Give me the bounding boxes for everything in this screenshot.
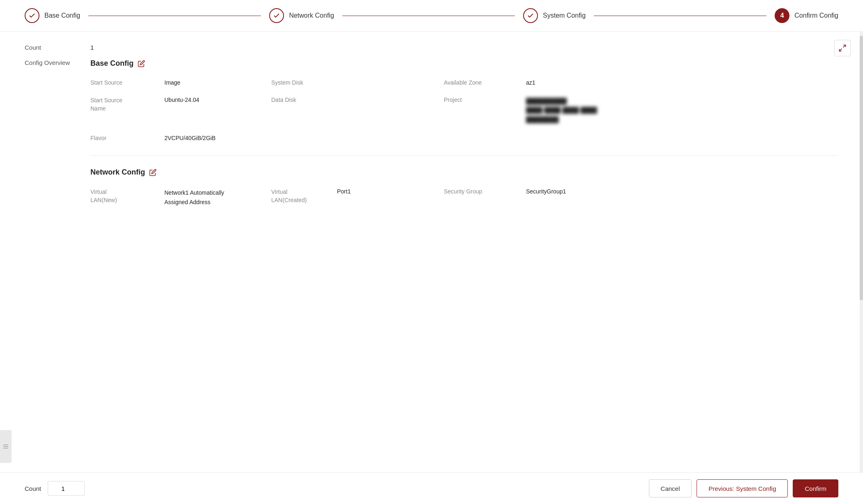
expand-button[interactable] [834, 40, 851, 56]
footer-count-label: Count [25, 485, 41, 492]
detail-key-flavor: Flavor [90, 133, 164, 143]
config-overview-row: Config Overview Base Config Start Source… [25, 59, 838, 208]
footer: Count Cancel Previous: System Config Con… [0, 472, 863, 504]
step-1-label: Base Config [44, 12, 80, 19]
base-config-title: Base Config [90, 59, 134, 68]
base-config-header: Base Config [90, 59, 838, 68]
detail-val-virtual-lan-new: Network1 AutomaticallyAssigned Address [164, 186, 271, 208]
scrollbar-thumb[interactable] [860, 36, 863, 300]
sidebar-hint [0, 430, 12, 463]
network-config-header: Network Config [90, 168, 838, 177]
detail-key-system-disk: System Disk [271, 78, 337, 87]
step-3-label: System Config [543, 12, 586, 19]
detail-val-flavor: 2VCPU/40GiB/2GiB [164, 133, 271, 143]
step-4: 4 Confirm Config [775, 8, 838, 23]
detail-val-project: ██████████████-████-████-████████████ [526, 95, 838, 126]
step-2-label: Network Config [289, 12, 334, 19]
detail-val-start-source-name: Ubuntu-24.04 [164, 95, 271, 126]
section-divider [90, 155, 838, 156]
step-3-icon [523, 8, 538, 23]
step-connector-1 [88, 16, 261, 16]
detail-val-security-group: SecurityGroup1 [526, 186, 838, 208]
detail-key-project: Project [444, 95, 526, 126]
detail-val-virtual-lan-created: Port1 [337, 186, 444, 208]
detail-val-system-disk [337, 78, 444, 87]
network-config-details: VirtualLAN(New) Network1 AutomaticallyAs… [90, 186, 838, 208]
detail-val-available-zone: az1 [526, 78, 838, 87]
step-3: System Config [523, 8, 586, 23]
scrollbar-track [860, 32, 863, 472]
detail-val-data-disk [337, 95, 444, 126]
step-connector-2 [342, 16, 515, 16]
step-2: Network Config [269, 8, 334, 23]
step-4-number: 4 [780, 12, 784, 19]
detail-val-start-source: Image [164, 78, 271, 87]
footer-count-input[interactable] [48, 481, 85, 496]
config-section: Base Config Start Source Image System Di… [90, 59, 838, 208]
detail-key-available-zone: Available Zone [444, 78, 526, 87]
footer-right: Cancel Previous: System Config Confirm [649, 479, 838, 497]
detail-key-virtual-lan-new: VirtualLAN(New) [90, 186, 164, 208]
step-4-label: Confirm Config [794, 12, 838, 19]
detail-key-security-group: Security Group [444, 186, 526, 208]
step-connector-3 [594, 16, 766, 16]
detail-key-data-disk: Data Disk [271, 95, 337, 126]
step-2-icon [269, 8, 284, 23]
detail-key-start-source: Start Source [90, 78, 164, 87]
step-4-icon: 4 [775, 8, 789, 23]
svg-line-1 [840, 49, 842, 51]
step-1: Base Config [25, 8, 80, 23]
detail-key-start-source-name: Start SourceName [90, 95, 164, 126]
config-overview-label: Config Overview [25, 59, 90, 66]
stepper-header: Base Config Network Config System Config… [0, 0, 863, 32]
count-row: Count 1 [25, 44, 838, 51]
network-config-title: Network Config [90, 168, 145, 177]
detail-key-virtual-lan-created: VirtualLAN(Created) [271, 186, 337, 208]
count-label: Count [25, 44, 90, 51]
previous-button[interactable]: Previous: System Config [697, 479, 788, 497]
footer-left: Count [25, 481, 85, 496]
base-config-edit-icon[interactable] [138, 60, 145, 67]
count-value: 1 [90, 44, 94, 51]
main-content: Count 1 Config Overview Base Config Star… [0, 32, 863, 472]
step-1-icon [25, 8, 39, 23]
network-config-edit-icon[interactable] [149, 169, 157, 176]
cancel-button[interactable]: Cancel [649, 479, 692, 497]
confirm-button[interactable]: Confirm [793, 479, 838, 497]
base-config-details: Start Source Image System Disk Available… [90, 78, 838, 143]
svg-line-0 [843, 45, 846, 48]
